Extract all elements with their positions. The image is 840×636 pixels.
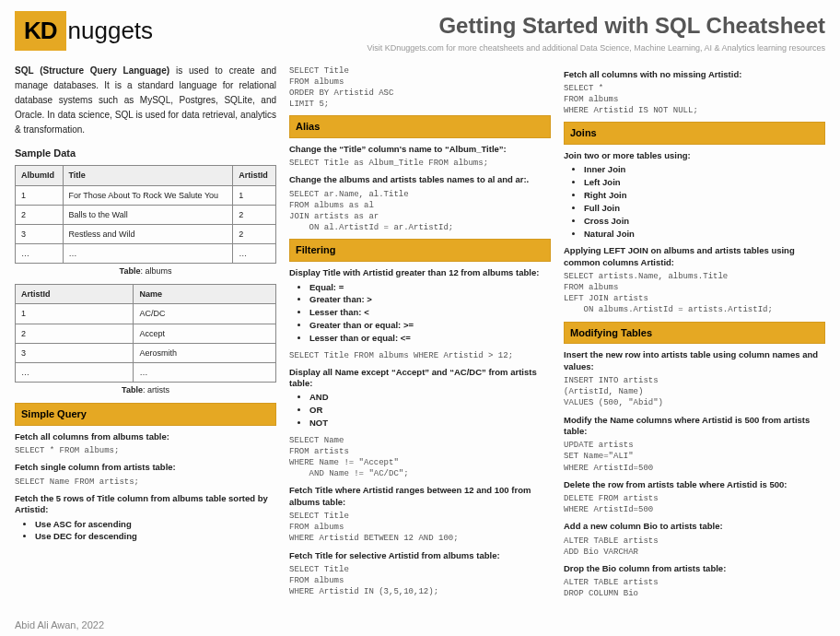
- table-cell: Restless and Wild: [63, 224, 233, 243]
- table-cell: 1: [16, 185, 64, 205]
- filter-logic: ANDORNOT: [309, 392, 551, 429]
- mod-c2: UPDATE artists SET Name="ALI" WHERE Arti…: [564, 440, 825, 473]
- band-simple-query: Simple Query: [15, 403, 276, 426]
- table-cell: 1: [16, 304, 134, 324]
- table-header: AlbumId: [16, 166, 64, 185]
- simple-bullets: Use ASC for ascending Use DEC for descen…: [35, 519, 276, 544]
- list-item: Left Join: [584, 177, 825, 189]
- simple-d1: Fetch all columns from albums table:: [15, 431, 276, 442]
- band-joins: Joins: [564, 122, 825, 145]
- header: KD nuggets Getting Started with SQL Chea…: [15, 11, 825, 54]
- col3-c0: SELECT * FROM albums WHERE Artistid IS N…: [564, 83, 825, 116]
- band-modifying: Modifying Tables: [564, 322, 825, 345]
- table-cell: 3: [16, 343, 134, 362]
- list-item: OR: [309, 405, 551, 417]
- table-cell: Aerosmith: [134, 343, 276, 362]
- band-alias: Alias: [289, 115, 551, 138]
- table-row: ……: [16, 362, 276, 382]
- mod-d1: Insert the new row into artists table us…: [564, 349, 825, 372]
- table-header: ArtistId: [233, 166, 276, 185]
- table-header: ArtistId: [16, 285, 134, 304]
- alias-c1: SELECT Title as Album_Title FROM albums;: [289, 158, 551, 169]
- table-cell: …: [134, 362, 276, 382]
- list-item: Right Join: [584, 190, 825, 202]
- filtering-c3: SELECT Title FROM albums WHERE Artistid …: [289, 511, 551, 544]
- filtering-c4: SELECT Title FROM albums WHERE Artistid …: [289, 564, 551, 597]
- table-header: Title: [63, 166, 233, 185]
- table-cell: …: [233, 243, 276, 263]
- simple-c1: SELECT * FROM albums;: [15, 445, 276, 456]
- list-item: Use ASC for ascending: [35, 519, 276, 531]
- table-cell: …: [63, 243, 233, 263]
- mod-c4: ALTER TABLE artists ADD Bio VARCHAR: [564, 536, 825, 558]
- joins-d1: Join two or more tables using:: [564, 150, 825, 161]
- filter-ops: Equal: =Greater than: >Lesser than: <Gre…: [309, 282, 551, 345]
- sample-data-heading: Sample Data: [15, 147, 276, 160]
- list-item: Inner Join: [584, 164, 825, 176]
- mod-c5: ALTER TABLE artists DROP COLUMN Bio: [564, 577, 825, 599]
- table-cell: Balls to the Wall: [63, 205, 233, 224]
- table-cell: 2: [16, 205, 64, 224]
- list-item: NOT: [309, 418, 551, 430]
- column-3: Fetch all columns with no missing Artist…: [564, 64, 825, 606]
- table-row: 2Accept: [16, 324, 276, 343]
- col2-top-code: SELECT Title FROM albums ORDER BY Artist…: [289, 65, 551, 111]
- filtering-d3: Fetch Title where Artistid ranges betwee…: [289, 485, 551, 508]
- table-cell: Accept: [134, 324, 276, 343]
- intro-bold: SQL (Structure Query Language): [15, 65, 169, 76]
- table-header: Name: [134, 285, 276, 304]
- logo-box: KD: [15, 11, 66, 51]
- col3-d0: Fetch all columns with no missing Artist…: [564, 69, 825, 80]
- table-row: 3Restless and Wild2: [16, 224, 276, 243]
- table-cell: 2: [233, 224, 276, 243]
- list-item: Greater than or equal: >=: [309, 320, 551, 332]
- column-2: SELECT Title FROM albums ORDER BY Artist…: [289, 64, 551, 606]
- simple-d2: Fetch single column from artists table:: [15, 462, 276, 473]
- alias-d1: Change the “Title” column's name to “Alb…: [289, 144, 551, 155]
- table-cell: 1: [233, 185, 276, 205]
- list-item: Equal: =: [309, 282, 551, 294]
- table-cell: 2: [233, 205, 276, 224]
- artists-caption: Table: artists: [15, 384, 276, 395]
- table-cell: AC/DC: [134, 304, 276, 324]
- mod-c1: INSERT INTO artists (ArtistId, Name) VAL…: [564, 375, 825, 408]
- table-row: 1For Those About To Rock We Salute You1: [16, 185, 276, 205]
- logo-text: nuggets: [68, 15, 154, 47]
- list-item: Lesser than: <: [309, 307, 551, 319]
- table-cell: 2: [16, 324, 134, 343]
- filtering-c2: SELECT Name FROM artists WHERE Name != "…: [289, 435, 551, 480]
- joins-c2: SELECT artists.Name, albums.Title FROM a…: [564, 271, 825, 316]
- column-1: SQL (Structure Query Language) is used t…: [15, 64, 276, 606]
- mod-d5: Drop the Bio column from artists table:: [564, 563, 825, 574]
- filtering-d1: Display Title with Artistid greater than…: [289, 267, 551, 278]
- simple-d3: Fetch the 5 rows of Title column from al…: [15, 493, 276, 516]
- list-item: Use DEC for descending: [35, 531, 276, 543]
- mod-d4: Add a new column Bio to artists table:: [564, 521, 825, 532]
- table-cell: …: [16, 362, 134, 382]
- filtering-d4: Fetch Title for selective Artistid from …: [289, 550, 551, 561]
- table-cell: For Those About To Rock We Salute You: [63, 185, 233, 205]
- intro-paragraph: SQL (Structure Query Language) is used t…: [15, 64, 276, 137]
- band-filtering: Filtering: [289, 239, 551, 262]
- simple-c2: SELECT Name FROM artists;: [15, 477, 276, 488]
- table-row: 1AC/DC: [16, 304, 276, 324]
- list-item: Lesser than or equal: <=: [309, 333, 551, 345]
- page-subtitle: Visit KDnuggets.com for more cheatsheets…: [367, 42, 825, 53]
- joins-d2: Applying LEFT JOIN on albums and artists…: [564, 245, 825, 268]
- page-title: Getting Started with SQL Cheatsheet: [367, 11, 825, 41]
- list-item: Natural Join: [584, 229, 825, 241]
- join-types: Inner JoinLeft JoinRight JoinFull JoinCr…: [584, 164, 825, 240]
- filtering-d2: Display all Name except “Accept” and “AC…: [289, 367, 551, 390]
- list-item: Cross Join: [584, 216, 825, 228]
- mod-d3: Delete the row from artists table where …: [564, 479, 825, 490]
- mod-d2: Modify the Name columns where Artistid i…: [564, 415, 825, 438]
- albums-table: AlbumIdTitleArtistId 1For Those About To…: [15, 165, 276, 264]
- filtering-c1: SELECT Title FROM albums WHERE Artistid …: [289, 350, 551, 361]
- alias-c2: SELECT ar.Name, al.Title FROM albums as …: [289, 189, 551, 234]
- columns: SQL (Structure Query Language) is used t…: [15, 64, 825, 606]
- artists-table: ArtistIdName 1AC/DC2Accept3Aerosmith……: [15, 284, 276, 383]
- albums-caption: Table: albums: [15, 265, 276, 277]
- list-item: AND: [309, 392, 551, 404]
- table-cell: 3: [16, 224, 64, 243]
- list-item: Full Join: [584, 203, 825, 215]
